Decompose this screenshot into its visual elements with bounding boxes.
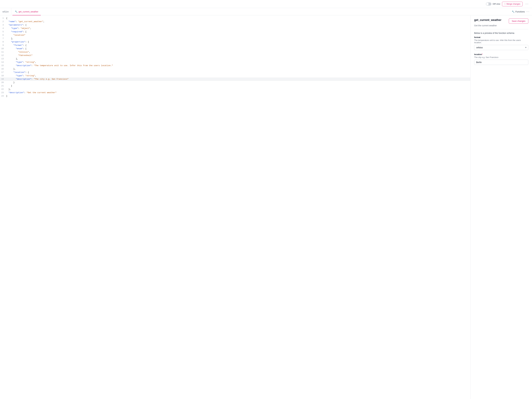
tab-more-button[interactable]: ··· — [526, 10, 530, 13]
merge-icon: ⑂ — [504, 3, 506, 5]
line-number: 3 — [0, 23, 6, 27]
table-row: 9 "format": { — [0, 44, 470, 47]
divider-1 — [474, 29, 528, 29]
line-content: "name": "get_current_weather", — [6, 20, 470, 23]
line-number: 18 — [0, 74, 6, 77]
line-content: "location": { — [6, 71, 470, 74]
line-number: 16 — [0, 67, 6, 71]
tab-bar: w52zn 🔧 get_current_weather 🔧 Functions … — [0, 8, 532, 15]
line-number: 12 — [0, 54, 6, 57]
line-content: }, — [6, 67, 470, 71]
line-content: "type": "object", — [6, 27, 470, 30]
line-content: } — [6, 81, 470, 84]
table-row: 21 } — [0, 84, 470, 88]
required-star: * — [482, 53, 483, 56]
merge-changes-button[interactable]: ⑂ Merge changes — [502, 2, 523, 6]
line-number: 23 — [0, 91, 6, 95]
table-row: 6 "location" — [0, 33, 470, 37]
table-row: 8 "properties": { — [0, 40, 470, 44]
functions-button[interactable]: 🔧 Functions — [512, 10, 525, 13]
location-label: location* — [474, 53, 528, 56]
location-field-group: location* The city e.g. San Francisco — [474, 53, 528, 65]
functions-label: Functions — [515, 10, 525, 13]
line-content: "description": "The temperature unit to … — [6, 64, 470, 67]
top-bar: Diff view ⑂ Merge changes ··· — [0, 0, 532, 8]
line-number: 24 — [0, 95, 6, 98]
table-row: 11 "celsius", — [0, 51, 470, 54]
line-number: 8 — [0, 40, 6, 44]
table-row: 19 "description": "The city e.g. San Fra… — [0, 77, 470, 81]
format-desc: The temperature unit to use. Infer this … — [474, 39, 528, 44]
line-content: "properties": { — [6, 40, 470, 44]
line-content: ], — [6, 37, 470, 40]
line-number: 20 — [0, 81, 6, 84]
table-row: 1{ — [0, 17, 470, 20]
location-desc: The city e.g. San Francisco — [474, 56, 528, 58]
line-content: ], — [6, 57, 470, 61]
table-row: 5 "required": [ — [0, 30, 470, 33]
line-number: 13 — [0, 57, 6, 61]
table-row: 23 "description": "Get the current weath… — [0, 91, 470, 95]
line-content: } — [6, 84, 470, 88]
table-row: 15 "description": "The temperature unit … — [0, 64, 470, 67]
panel-header: get_current_weather Save changes — [474, 19, 528, 24]
line-content: "parameters": { — [6, 23, 470, 27]
line-number: 6 — [0, 33, 6, 37]
table-row: 16 }, — [0, 67, 470, 71]
table-row: 3 "parameters": { — [0, 23, 470, 27]
workspace-label: w52zn — [2, 8, 11, 15]
line-content: "location" — [6, 33, 470, 37]
tab-label: get_current_weather — [19, 10, 38, 13]
right-panel: get_current_weather Save changes Get the… — [470, 15, 532, 399]
line-number: 19 — [0, 77, 6, 81]
table-row: 17 "location": { — [0, 71, 470, 74]
line-number: 17 — [0, 71, 6, 74]
line-content: "required": [ — [6, 30, 470, 33]
line-content: "type": "string", — [6, 61, 470, 64]
line-number: 7 — [0, 37, 6, 40]
tab-get-current-weather[interactable]: 🔧 get_current_weather — [13, 8, 41, 15]
line-number: 5 — [0, 30, 6, 33]
table-row: 7 ], — [0, 37, 470, 40]
main-content: 1{2 "name": "get_current_weather",3 "par… — [0, 15, 532, 399]
merge-btn-label: Merge changes — [507, 3, 520, 5]
topbar-more-button[interactable]: ··· — [525, 2, 530, 6]
line-number: 14 — [0, 61, 6, 64]
table-row: 22 }, — [0, 88, 470, 91]
line-content: "type": "string", — [6, 74, 470, 77]
diff-view-group: Diff view — [486, 2, 500, 6]
line-number: 2 — [0, 20, 6, 23]
table-row: 12 "fahrenheit" — [0, 54, 470, 57]
line-number: 4 — [0, 27, 6, 30]
line-number: 1 — [0, 17, 6, 20]
table-row: 24} — [0, 95, 470, 98]
format-field-group: format The temperature unit to use. Infe… — [474, 36, 528, 50]
table-row: 20 } — [0, 81, 470, 84]
line-content: "format": { — [6, 44, 470, 47]
line-number: 22 — [0, 88, 6, 91]
panel-subtitle: Get the current weather — [474, 24, 528, 27]
preview-label: Below is a preview of the function schem… — [474, 32, 528, 34]
line-content: "celsius", — [6, 51, 470, 54]
line-number: 9 — [0, 44, 6, 47]
line-number: 10 — [0, 47, 6, 51]
line-content: "description": "The city e.g. San Franci… — [6, 77, 470, 81]
format-label: format — [474, 36, 528, 38]
location-input[interactable] — [474, 60, 528, 65]
format-select-wrapper: celsius fahrenheit ▼ — [474, 45, 528, 50]
table-row: 14 "type": "string", — [0, 61, 470, 64]
diff-view-label: Diff view — [493, 3, 500, 5]
code-editor[interactable]: 1{2 "name": "get_current_weather",3 "par… — [0, 15, 470, 399]
table-row: 13 ], — [0, 57, 470, 61]
save-changes-button[interactable]: Save changes — [509, 19, 528, 24]
line-content: "enum": [ — [6, 47, 470, 51]
format-select[interactable]: celsius fahrenheit — [474, 45, 528, 50]
line-number: 21 — [0, 84, 6, 88]
table-row: 18 "type": "string", — [0, 74, 470, 77]
table-row: 2 "name": "get_current_weather", — [0, 20, 470, 23]
tab-right-actions: 🔧 Functions ··· — [512, 10, 530, 13]
panel-title: get_current_weather — [474, 19, 501, 22]
diff-view-toggle[interactable] — [486, 2, 491, 6]
line-content: }, — [6, 88, 470, 91]
tab-icon: 🔧 — [15, 10, 18, 13]
